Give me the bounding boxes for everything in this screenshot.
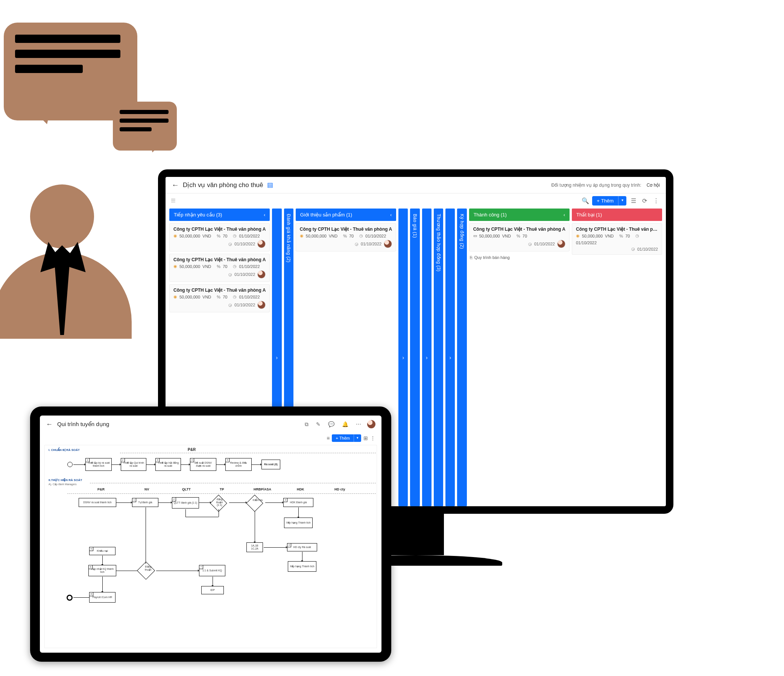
end-node bbox=[67, 595, 73, 601]
toolbar: ≡ 🔍 + Thêm ▾ ☰ ⟳ ⋮ bbox=[165, 193, 666, 209]
meta-label: Đối tượng nhiệm vụ áp dụng trong quy trì… bbox=[552, 182, 641, 188]
flow-node[interactable]: IDP bbox=[201, 586, 224, 594]
kanban-card[interactable]: Công ty CPTH Lạc Việt - Thuê văn phòng A… bbox=[169, 223, 270, 251]
comment-icon[interactable]: 💬 bbox=[327, 421, 336, 427]
flow-node[interactable]: Payroll /Com HR bbox=[89, 592, 115, 603]
flow-node[interactable]: Review & điều chỉnh bbox=[226, 458, 252, 471]
column-ky-hd[interactable]: Ký hợp đồng (2) bbox=[457, 209, 467, 506]
copy-icon[interactable]: ⧉ bbox=[303, 421, 310, 428]
clock-icon: ◷ bbox=[233, 234, 236, 238]
flow-node[interactable]: Rà soát (II) bbox=[261, 459, 280, 469]
kanban-card[interactable]: Công ty CPTH Lạc Việt - Thuê văn phòng A… bbox=[169, 254, 270, 282]
flowchart-canvas[interactable]: I. CHUẨN BỊ RÀ SOÁT P&R Thiết lập kỳ rà … bbox=[44, 445, 377, 648]
start-node bbox=[67, 462, 73, 467]
bell-icon[interactable]: 🔔 bbox=[341, 421, 350, 427]
grid-icon[interactable]: ⊞ bbox=[363, 435, 368, 441]
kanban-card[interactable]: Công ty CPTH Lạc Việt - Thuê văn phòng A… bbox=[169, 284, 270, 312]
flow-node[interactable]: Khiếu nại bbox=[89, 547, 115, 555]
section-sublabel: A). Cấp đánh Managers bbox=[48, 483, 76, 486]
section-label: I. CHUẨN BỊ RÀ SOÁT bbox=[48, 448, 80, 452]
column-header[interactable]: Thất bại (1) bbox=[572, 209, 662, 221]
flow-node[interactable]: Thiết lập hội đồng rà soát bbox=[156, 458, 181, 471]
percent-icon: % bbox=[217, 234, 221, 238]
avatar[interactable] bbox=[367, 420, 375, 428]
flow-node[interactable]: QLTT đánh giá (1:1) bbox=[172, 497, 199, 508]
process-link[interactable]: ⎘Quy trình bán hàng bbox=[469, 254, 569, 261]
page-header: ← Dịch vụ văn phòng cho thuê ▤ Đối tượng… bbox=[165, 177, 666, 193]
section-label: II.THỰC HIỆN RÀ SOÁT bbox=[48, 478, 82, 482]
add-button[interactable]: + Thêm bbox=[332, 435, 354, 442]
flow-node[interactable]: 1:1 & Submit KQ bbox=[199, 565, 226, 576]
lane-header: QLTT bbox=[182, 488, 191, 491]
align-icon[interactable]: ≡ bbox=[327, 435, 330, 441]
flow-node[interactable]: Đề xuất DSNV được rà soát bbox=[190, 458, 216, 471]
chevron-left-icon[interactable]: ‹ bbox=[264, 212, 265, 218]
column-that-bai: Thất bại (1) Công ty CPTH Lạc Việt - Thu… bbox=[572, 209, 662, 506]
avatar bbox=[257, 240, 266, 248]
page-title: Dịch vụ văn phòng cho thuê bbox=[183, 181, 263, 189]
column-expand[interactable]: › bbox=[398, 209, 408, 506]
column-thuong-thao[interactable]: Thương thảo hợp đồng (3) bbox=[434, 209, 443, 506]
column-header[interactable]: Thành công (1)‹ bbox=[469, 209, 569, 221]
flow-node[interactable]: Xếp hạng Thành tích bbox=[288, 561, 316, 572]
column-expand[interactable]: › bbox=[422, 209, 431, 506]
kanban-card[interactable]: Công ty CPTH Lạc Việt - Thuê văn phòng A… bbox=[469, 223, 569, 251]
decision-node[interactable]: Đồng thuận bbox=[137, 562, 155, 579]
search-icon[interactable]: 🔍 bbox=[582, 197, 589, 204]
lane-header: HRBP/ASA bbox=[254, 488, 271, 491]
avatar bbox=[257, 270, 266, 279]
flow-node[interactable]: DSNV rà soát thành tích bbox=[79, 498, 116, 507]
flow-node[interactable]: HDK Đánh giá bbox=[283, 498, 313, 507]
document-icon[interactable]: ▤ bbox=[267, 181, 273, 189]
add-dropdown[interactable]: ▾ bbox=[618, 196, 626, 206]
add-dropdown[interactable]: ▾ bbox=[354, 435, 361, 442]
tablet-toolbar: ≡ + Thêm ▾ ⊞ ⋮ bbox=[40, 433, 381, 445]
speech-bubble-small bbox=[113, 101, 177, 151]
flow-node[interactable]: 1A,1B 1C,2A bbox=[246, 542, 263, 552]
edit-icon[interactable]: ✎ bbox=[314, 421, 322, 427]
flow-node[interactable]: Xếp hạng Thành tích bbox=[284, 517, 313, 528]
list-view-icon[interactable]: ☰ bbox=[629, 197, 638, 204]
person-decorative bbox=[0, 23, 180, 256]
kanban-card[interactable]: Công ty CPTH Lạc Việt - Thuê văn phòng A… bbox=[296, 223, 396, 251]
menu-icon[interactable]: ≡ bbox=[171, 196, 176, 206]
flow-node[interactable]: HD cty Rà soát bbox=[287, 543, 317, 551]
column-thanh-cong: Thành công (1)‹ Công ty CPTH Lạc Việt - … bbox=[469, 209, 569, 506]
lane-header: P&R bbox=[188, 447, 196, 452]
tablet-header: ← Qui trình tuyển dụng ⧉ ✎ 💬 🔔 ⋯ bbox=[40, 416, 381, 433]
meta-value: Cơ hội bbox=[647, 182, 660, 188]
column-expand[interactable]: › bbox=[445, 209, 455, 506]
flow-node[interactable]: Thiết lập Qui trình rà soát bbox=[121, 458, 146, 471]
page-title: Qui trình tuyển dụng bbox=[57, 421, 109, 428]
avatar bbox=[257, 301, 266, 309]
exit-icon: ⎘ bbox=[470, 255, 473, 260]
column-header[interactable]: Tiếp nhận yêu cầu (3)‹ bbox=[169, 209, 270, 221]
decision-node[interactable]: Kiểm tra bbox=[246, 495, 263, 511]
back-button[interactable]: ← bbox=[46, 421, 53, 428]
column-bao-gia[interactable]: Báo giá (1) bbox=[410, 209, 420, 506]
lane-header: HD cty bbox=[334, 488, 345, 491]
flow-node[interactable]: Tự đánh giá bbox=[132, 498, 159, 507]
back-button[interactable]: ← bbox=[171, 181, 179, 189]
lane-header: HDK bbox=[297, 488, 304, 491]
refresh-icon[interactable]: ⟳ bbox=[641, 197, 649, 204]
flow-node[interactable]: Cập nhật KQ thành tích bbox=[89, 565, 116, 576]
flow-node[interactable]: Thiết lập kỳ rà soát thành tích bbox=[86, 458, 112, 471]
lane-header: TP bbox=[220, 488, 224, 491]
more-icon[interactable]: ⋮ bbox=[652, 197, 661, 204]
lane-header: P&R bbox=[98, 488, 104, 491]
tablet-device: ← Qui trình tuyển dụng ⧉ ✎ 💬 🔔 ⋯ ≡ + Thê… bbox=[30, 407, 391, 662]
more-icon[interactable]: ⋯ bbox=[355, 421, 362, 427]
add-button[interactable]: + Thêm bbox=[592, 196, 618, 206]
column-header[interactable]: Giới thiệu sản phẩm (1)‹ bbox=[296, 209, 396, 221]
lane-header: NV bbox=[145, 488, 149, 491]
currency-icon: ◉ bbox=[173, 234, 177, 238]
more-icon[interactable]: ⋮ bbox=[370, 435, 375, 441]
kanban-card[interactable]: Công ty CPTH Lạc Việt - Thuê văn phòng A… bbox=[572, 223, 662, 255]
